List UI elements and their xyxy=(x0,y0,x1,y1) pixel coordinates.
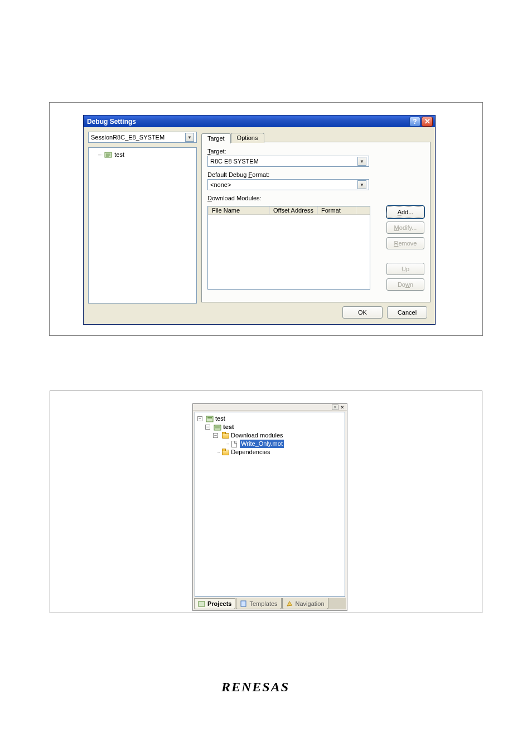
navigation-icon xyxy=(286,600,293,607)
down-button[interactable]: Down xyxy=(386,278,424,291)
modules-label: Download Modules: xyxy=(207,195,424,201)
target-tab-panel: Target: R8C E8 SYSTEM ▼ Default Debug Fo… xyxy=(201,142,431,302)
download-modules-table[interactable]: File Name Offset Address Format xyxy=(207,206,370,290)
ok-button[interactable]: OK xyxy=(342,306,383,319)
session-select[interactable]: SessionR8C_E8_SYSTEM ▼ xyxy=(88,132,197,143)
tree-label: Dependencies xyxy=(231,448,270,456)
format-label: Default Debug Format: xyxy=(207,171,424,178)
col-format[interactable]: Format xyxy=(317,206,356,214)
session-select-value: SessionR8C_E8_SYSTEM xyxy=(91,134,165,141)
svg-rect-4 xyxy=(199,601,205,606)
collapse-icon[interactable]: − xyxy=(213,433,218,438)
tree-item-label: test xyxy=(114,151,124,158)
tree-project[interactable]: − test xyxy=(197,423,342,431)
project-icon xyxy=(214,424,221,431)
tree-label: Download modules xyxy=(231,431,283,440)
format-value: <none> xyxy=(210,181,231,188)
workspace-tree[interactable]: − test − test − Download modules ··· xyxy=(195,412,345,597)
col-offset[interactable]: Offset Address xyxy=(269,206,317,214)
tree-workspace-root[interactable]: − test xyxy=(197,415,342,423)
modify-button[interactable]: Modify... xyxy=(386,221,424,234)
target-value: R8C E8 SYSTEM xyxy=(210,158,259,165)
workspace-figure: ▾ × − test − test − Download modules xyxy=(50,391,482,613)
tree-download-modules[interactable]: − Download modules xyxy=(197,431,342,440)
titlebar: Debug Settings ? ✕ xyxy=(84,115,435,127)
workspace-icon xyxy=(206,416,214,422)
cancel-button[interactable]: Cancel xyxy=(387,306,427,319)
target-select[interactable]: R8C E8 SYSTEM ▼ xyxy=(207,156,369,167)
tab-options[interactable]: Options xyxy=(231,133,264,143)
tab-projects[interactable]: Projects xyxy=(194,598,235,609)
tree-label: test xyxy=(215,415,225,423)
folder-icon xyxy=(221,432,229,439)
workspace-panel: ▾ × − test − test − Download modules xyxy=(192,403,347,611)
help-button[interactable]: ? xyxy=(409,117,420,127)
tree-file-writeonly[interactable]: ··· Write_Only.mot xyxy=(197,440,342,448)
left-panel: SessionR8C_E8_SYSTEM ▼ ···· test xyxy=(88,132,197,304)
panel-close-icon[interactable]: × xyxy=(339,405,346,410)
col-file-name[interactable]: File Name xyxy=(208,206,269,214)
svg-rect-1 xyxy=(206,416,213,422)
tree-item-test[interactable]: ···· test xyxy=(91,151,194,158)
workspace-tabs: Projects Templates Navigation xyxy=(194,598,346,609)
renesas-logo: RENESAS xyxy=(221,680,289,695)
file-icon xyxy=(230,441,238,447)
tree-label: Write_Only.mot xyxy=(240,440,284,448)
close-button[interactable]: ✕ xyxy=(422,117,433,127)
debug-settings-figure: Debug Settings ? ✕ SessionR8C_E8_SYSTEM … xyxy=(49,102,483,336)
up-button[interactable]: Up xyxy=(386,263,424,275)
tree-label: test xyxy=(223,423,234,431)
panel-dropdown-icon[interactable]: ▾ xyxy=(332,405,338,410)
collapse-icon[interactable]: − xyxy=(197,416,202,421)
debug-settings-dialog: Debug Settings ? ✕ SessionR8C_E8_SYSTEM … xyxy=(83,115,436,325)
tab-target[interactable]: Target xyxy=(201,133,231,143)
project-icon xyxy=(104,151,112,158)
project-tree[interactable]: ···· test xyxy=(88,147,197,304)
right-panel: Target Options Target: R8C E8 SYSTEM ▼ D… xyxy=(201,132,431,304)
remove-button[interactable]: Remove xyxy=(386,237,424,249)
projects-icon xyxy=(198,600,205,607)
format-select[interactable]: <none> ▼ xyxy=(207,179,369,190)
target-label: Target: xyxy=(207,148,424,155)
templates-icon xyxy=(240,600,247,607)
tab-templates[interactable]: Templates xyxy=(236,598,281,609)
dropdown-arrow-icon[interactable]: ▼ xyxy=(357,180,366,189)
tree-dependencies[interactable]: ··· Dependencies xyxy=(197,448,342,456)
panel-header: ▾ × xyxy=(193,404,347,411)
svg-rect-2 xyxy=(207,417,212,418)
dropdown-arrow-icon[interactable]: ▼ xyxy=(357,157,366,166)
collapse-icon[interactable]: − xyxy=(205,425,210,430)
tab-navigation[interactable]: Navigation xyxy=(282,598,328,609)
window-title: Debug Settings xyxy=(87,118,408,126)
svg-rect-5 xyxy=(241,601,246,606)
dropdown-arrow-icon[interactable]: ▼ xyxy=(185,133,194,142)
folder-icon xyxy=(221,449,229,456)
add-button[interactable]: Add... xyxy=(386,206,424,218)
